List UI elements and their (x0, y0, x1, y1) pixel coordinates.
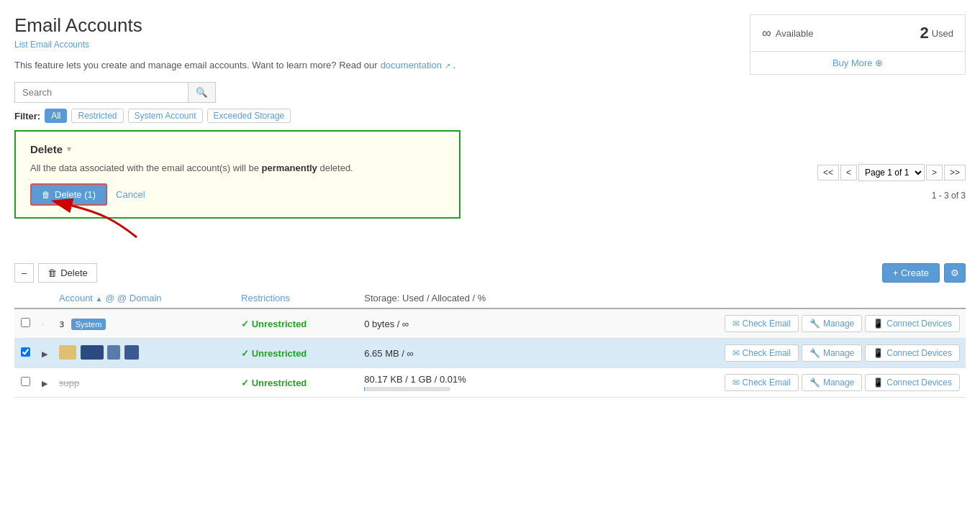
row3-check-email-button[interactable]: ✉ Check Email (725, 374, 799, 391)
row2-actions-cell: ✉ Check Email 🔧 Manage 📱 Connect Devices (571, 339, 966, 368)
row3-checkbox-cell[interactable] (14, 368, 36, 398)
row1-storage-cell: 0 bytes / ∞ (358, 308, 571, 339)
pag-last-button[interactable]: >> (944, 165, 966, 180)
phone-icon: 📱 (873, 348, 884, 358)
th-actions (571, 288, 966, 308)
filter-restricted-button[interactable]: Restricted (71, 109, 123, 123)
delete-confirm-message: All the data associated with the email a… (30, 163, 445, 173)
available-label: Available (776, 28, 814, 39)
trash-icon: 🗑 (47, 268, 57, 278)
row3-actions-cell: ✉ Check Email 🔧 Manage 📱 Connect Devices (571, 368, 966, 398)
filter-row: Filter: All Restricted System Account Ex… (14, 109, 966, 123)
delete-button[interactable]: 🗑 Delete (38, 263, 97, 283)
search-box[interactable]: 🔍 (14, 82, 216, 103)
row1-checkbox-cell[interactable] (14, 308, 36, 339)
pag-prev-button[interactable]: < (840, 165, 857, 180)
row3-account-cell: supp (53, 368, 235, 398)
wrench-icon: 🔧 (809, 378, 820, 388)
search-button[interactable]: 🔍 (188, 83, 215, 102)
infinity-symbol: ∞ (762, 26, 771, 41)
used-label: Used (932, 28, 953, 39)
row1-connect-devices-button[interactable]: 📱 Connect Devices (865, 315, 960, 332)
toolbar-left: – 🗑 Delete (14, 263, 97, 283)
table-row: ▶ ✓ Unrestricted 6.65 MB / ∞ ✉ Check (14, 339, 966, 368)
search-row: 🔍 (14, 82, 966, 103)
pag-first-button[interactable]: << (817, 165, 839, 180)
row1-restriction-cell: ✓ Unrestricted (235, 308, 358, 339)
page-count: 1 - 3 of 3 (932, 191, 966, 201)
used-count: 2 (920, 24, 928, 42)
filter-all-button[interactable]: All (45, 109, 67, 123)
row2-account-cell (53, 339, 235, 368)
row2-storage-cell: 6.65 MB / ∞ (358, 339, 571, 368)
row1-checkbox[interactable] (21, 318, 30, 327)
buy-more-button[interactable]: Buy More ⊕ (750, 52, 965, 74)
th-account[interactable]: Account ▲ @ @ Domain (53, 288, 235, 308)
filter-system-button[interactable]: System Account (128, 109, 203, 123)
email-accounts-table: Account ▲ @ @ Domain Restrictions Storag… (14, 288, 966, 398)
phone-icon: 📱 (873, 319, 884, 329)
wrench-icon: 🔧 (809, 348, 820, 358)
row1-manage-button[interactable]: 🔧 Manage (802, 315, 862, 332)
filter-label: Filter: (14, 111, 40, 122)
cancel-button[interactable]: Cancel (116, 189, 145, 200)
row2-checkbox-cell[interactable] (14, 339, 36, 368)
row2-connect-devices-button[interactable]: 📱 Connect Devices (865, 344, 960, 362)
system-badge: System (71, 319, 106, 330)
th-checkbox (14, 288, 36, 308)
email-icon: ✉ (732, 348, 740, 358)
row1-account-cell: ɜ System (53, 308, 235, 339)
row3-checkbox[interactable] (21, 377, 30, 386)
row1-expand-cell: · (36, 308, 53, 339)
wrench-icon: 🔧 (809, 319, 820, 329)
pag-next-button[interactable]: > (926, 165, 943, 180)
th-restrictions[interactable]: Restrictions (235, 288, 358, 308)
create-button[interactable]: + Create (882, 263, 940, 283)
table-toolbar: – 🗑 Delete + Create ⚙ (14, 263, 966, 283)
row3-manage-button[interactable]: 🔧 Manage (802, 374, 862, 391)
email-icon: ✉ (732, 378, 740, 388)
row2-expand-cell[interactable]: ▶ (36, 339, 53, 368)
row3-storage-cell: 80.17 KB / 1 GB / 0.01% (358, 368, 571, 398)
delete-confirm-box: Delete ▾ All the data associated with th… (14, 130, 460, 219)
row3-expand-cell[interactable]: ▶ (36, 368, 53, 398)
stats-box: ∞ Available 2 Used Buy More ⊕ (750, 14, 966, 75)
search-input[interactable] (15, 83, 188, 102)
row3-restriction-cell: ✓ Unrestricted (235, 368, 358, 398)
row3-connect-devices-button[interactable]: 📱 Connect Devices (865, 374, 960, 391)
row2-restriction-cell: ✓ Unrestricted (235, 339, 358, 368)
row2-check-email-button[interactable]: ✉ Check Email (725, 344, 799, 362)
minus-button[interactable]: – (14, 263, 34, 283)
email-icon: ✉ (732, 319, 740, 329)
arrow-container (14, 227, 966, 263)
documentation-link[interactable]: documentation ↗ (381, 60, 450, 70)
th-storage: Storage: Used / Allocated / % (358, 288, 571, 308)
filter-exceeded-button[interactable]: Exceeded Storage (207, 109, 291, 123)
table-row: ▶ supp ✓ Unrestricted 80.17 KB / 1 GB / … (14, 368, 966, 398)
row1-check-email-button[interactable]: ✉ Check Email (725, 315, 799, 332)
table-row: · ɜ System ✓ Unrestricted 0 bytes / ∞ ✉ … (14, 308, 966, 339)
pagination-area: << < Page 1 of 1 > >> (817, 164, 966, 181)
row2-manage-button[interactable]: 🔧 Manage (802, 344, 862, 362)
delete-confirm-button[interactable]: 🗑 Delete (1) (30, 183, 107, 206)
phone-icon: 📱 (873, 378, 884, 388)
row2-checkbox[interactable] (21, 347, 30, 357)
delete-confirm-title: Delete ▾ (30, 143, 445, 155)
gear-button[interactable]: ⚙ (944, 263, 966, 283)
toolbar-right: + Create ⚙ (882, 263, 966, 283)
th-expand (36, 288, 53, 308)
pag-page-select[interactable]: Page 1 of 1 (858, 164, 925, 181)
row1-actions-cell: ✉ Check Email 🔧 Manage 📱 Connect Devices (571, 308, 966, 339)
table-header-row: Account ▲ @ @ Domain Restrictions Storag… (14, 288, 966, 308)
